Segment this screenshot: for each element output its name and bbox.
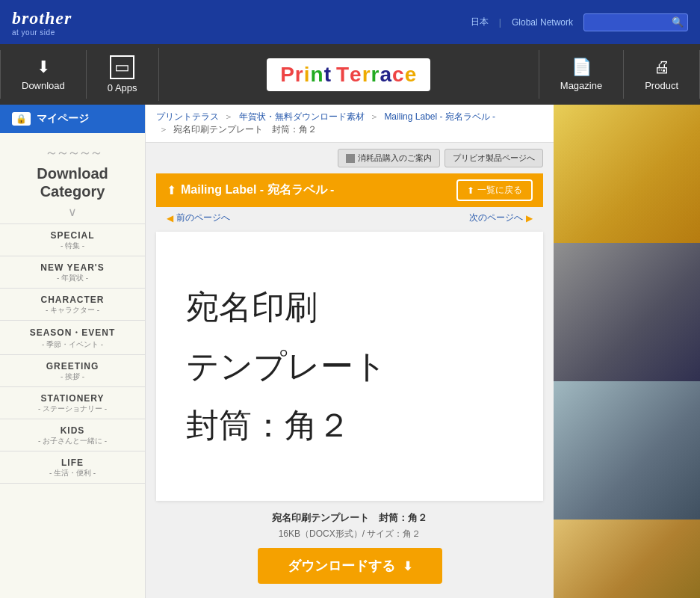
sidebar-category-life[interactable]: LIFE - 生活・便利 - xyxy=(0,451,145,484)
category-name-life: LIFE xyxy=(61,457,84,468)
category-sub-life: - 生活・便利 - xyxy=(49,468,96,478)
category-sub-character: - キャラクター - xyxy=(46,305,99,315)
next-page-link[interactable]: 次のページへ ▶ xyxy=(469,212,533,224)
sidebar-title: Download Category xyxy=(0,163,145,202)
right-ad-1 xyxy=(554,105,700,243)
back-button[interactable]: ⬆ 一覧に戻る xyxy=(456,179,533,201)
category-sub-kids: - お子さんと一緒に - xyxy=(38,436,107,446)
brand-name: brother xyxy=(12,8,72,28)
breadcrumb-level3[interactable]: Mailing Label - 宛名ラベル - xyxy=(384,111,495,122)
right-ad-3 xyxy=(554,381,700,520)
filename-label: 宛名印刷テンプレート 封筒：角２ xyxy=(272,512,427,523)
breadcrumb-sep1: ＞ xyxy=(224,111,233,122)
category-name-special: SPECIAL xyxy=(50,230,94,241)
sidebar-decoration: ～～～～～ xyxy=(0,133,145,163)
category-sub-special: - 特集 - xyxy=(61,241,84,251)
category-name-season: SEASON・EVENT xyxy=(30,327,116,339)
prev-page-link[interactable]: ◀ 前のページへ xyxy=(167,212,230,224)
sidebar-arrow: ∨ xyxy=(0,202,145,224)
category-sub-stationery: - ステーショナリー - xyxy=(38,404,107,414)
apps-label: 0 Apps xyxy=(108,82,137,93)
content-area: プリントテラス ＞ 年賀状・無料ダウンロード素材 ＞ Mailing Label… xyxy=(146,105,554,598)
right-ad-4 xyxy=(554,520,700,598)
breadcrumb-current: 宛名印刷テンプレート 封筒：角２ xyxy=(173,124,317,135)
section-bar: ⬆ Mailing Label - 宛名ラベル - ⬆ 一覧に戻る xyxy=(156,173,543,207)
nav-bar: ⬇ Download ▭ 0 Apps Print Terrace 📄 Maga… xyxy=(0,44,700,105)
prev-next-row: ◀ 前のページへ 次のページへ ▶ xyxy=(156,207,543,229)
sidebar-category-character[interactable]: CHARACTER - キャラクター - xyxy=(0,288,145,320)
nav-apps[interactable]: ▭ 0 Apps xyxy=(87,48,159,101)
privio-button[interactable]: プリビオ製品ページへ xyxy=(445,149,543,167)
main-layout: 🔒 マイページ ～～～～～ Download Category ∨ SPECIA… xyxy=(0,105,700,598)
section-title: Mailing Label - 宛名ラベル - xyxy=(181,182,334,198)
sidebar-category-season[interactable]: SEASON・EVENT - 季節・イベント - xyxy=(0,320,145,354)
sidebar-category-kids[interactable]: KIDS - お子さんと一緒に - xyxy=(0,419,145,451)
download-label: Download xyxy=(22,80,65,91)
file-info: 宛名印刷テンプレート 封筒：角２ xyxy=(146,508,554,526)
sidebar-category-special[interactable]: SPECIAL - 特集 - xyxy=(0,224,145,256)
sidebar-category-newyears[interactable]: NEW YEAR'S - 年賀状 - xyxy=(0,256,145,288)
category-sub-greeting: - 挨拶 - xyxy=(61,372,84,382)
brand-tagline: at your side xyxy=(12,28,72,37)
category-sub-newyears: - 年賀状 - xyxy=(57,273,88,283)
breadcrumb-sep2: ＞ xyxy=(370,111,379,122)
search-box-wrap[interactable]: 🔍 xyxy=(583,13,688,31)
category-name-greeting: GREETING xyxy=(46,361,99,372)
category-name-stationery: STATIONERY xyxy=(40,393,104,404)
download-icon: ⬇ xyxy=(37,58,50,77)
next-icon: ▶ xyxy=(526,213,533,224)
global-link[interactable]: Global Network xyxy=(512,17,573,28)
nav-download[interactable]: ⬇ Download xyxy=(0,50,87,99)
section-title-wrap: ⬆ Mailing Label - 宛名ラベル - xyxy=(167,182,334,198)
nav-print-terrace[interactable]: Print Terrace xyxy=(159,58,539,91)
breadcrumb-sep3: ＞ xyxy=(159,124,168,135)
preview-line3: 封筒：角２ xyxy=(186,404,513,448)
category-name-character: CHARACTER xyxy=(41,295,105,305)
right-ad-2 xyxy=(554,243,700,381)
category-name-newyears: NEW YEAR'S xyxy=(40,262,104,273)
download-btn-wrap: ダウンロードする ⬇ xyxy=(146,548,554,598)
print-terrace-logo: Print Terrace xyxy=(267,58,430,91)
category-name-kids: KIDS xyxy=(61,425,85,436)
preview-line1: 宛名印刷 xyxy=(186,286,513,330)
sidebar-category-stationery[interactable]: STATIONERY - ステーショナリー - xyxy=(0,386,145,419)
header-right: 日本 | Global Network 🔍 xyxy=(471,13,688,31)
download-btn-icon: ⬇ xyxy=(403,559,412,573)
mypage-label: マイページ xyxy=(37,112,89,126)
upload-icon: ⬆ xyxy=(167,183,176,197)
lock-icon: 🔒 xyxy=(12,112,31,126)
breadcrumb-level2[interactable]: 年賀状・無料ダウンロード素材 xyxy=(239,111,365,122)
breadcrumb-home[interactable]: プリントテラス xyxy=(156,111,219,122)
circle-icon xyxy=(346,154,355,163)
lang-link[interactable]: 日本 xyxy=(471,16,489,28)
preview-line2: テンプレート xyxy=(186,345,513,389)
search-button[interactable]: 🔍 xyxy=(672,16,684,28)
filesize-label: 16KB（DOCX形式）/ サイズ：角２ xyxy=(279,528,421,539)
breadcrumb: プリントテラス ＞ 年賀状・無料ダウンロード素材 ＞ Mailing Label… xyxy=(146,105,554,143)
brand-logo: brother at your side xyxy=(12,8,72,37)
product-label: Product xyxy=(645,80,678,91)
preview-box: 宛名印刷 テンプレート 封筒：角２ xyxy=(156,232,543,501)
header-top: brother at your side 日本 | Global Network… xyxy=(0,0,700,44)
buttons-row: 消耗品購入のご案内 プリビオ製品ページへ xyxy=(146,143,554,173)
apps-icon: ▭ xyxy=(110,55,134,79)
back-icon: ⬆ xyxy=(467,185,474,196)
consumables-button[interactable]: 消耗品購入のご案内 xyxy=(338,149,440,167)
download-button[interactable]: ダウンロードする ⬇ xyxy=(258,548,442,584)
sidebar-category-greeting[interactable]: GREETING - 挨拶 - xyxy=(0,354,145,386)
magazine-label: Magazine xyxy=(560,80,602,91)
separator: | xyxy=(499,17,501,28)
file-detail: 16KB（DOCX形式）/ サイズ：角２ xyxy=(146,526,554,548)
product-icon: 🖨 xyxy=(654,58,670,77)
category-sub-season: - 季節・イベント - xyxy=(42,339,103,350)
nav-product[interactable]: 🖨 Product xyxy=(624,50,700,99)
mypage-button[interactable]: 🔒 マイページ xyxy=(0,105,145,133)
download-btn-label: ダウンロードする xyxy=(288,557,395,575)
nav-magazine[interactable]: 📄 Magazine xyxy=(539,50,624,99)
sidebar: 🔒 マイページ ～～～～～ Download Category ∨ SPECIA… xyxy=(0,105,146,598)
right-sidebar xyxy=(554,105,700,598)
prev-icon: ◀ xyxy=(167,213,173,224)
magazine-icon: 📄 xyxy=(572,58,592,77)
